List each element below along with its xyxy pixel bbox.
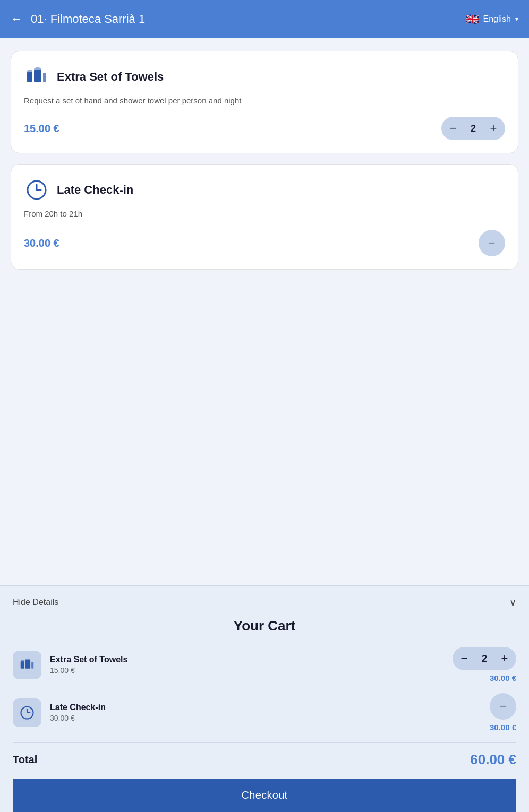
cart-late-checkin-name: Late Check-in <box>50 703 481 712</box>
chevron-down-icon: ∨ <box>509 597 516 608</box>
cart-item-extra-towels: Extra Set of Towels 15.00 € − 2 + 30.00 … <box>13 647 516 683</box>
cart-towels-icon <box>13 651 41 679</box>
svg-rect-9 <box>25 660 31 668</box>
clock-icon <box>24 177 49 203</box>
extra-towels-quantity-value: 2 <box>465 123 482 134</box>
cart-late-checkin-decrement-button[interactable]: − <box>490 693 516 720</box>
cart-title: Your Cart <box>13 618 516 634</box>
svg-point-11 <box>21 660 24 662</box>
bottom-panel: Hide Details ∨ Your Cart Extra Set of To… <box>0 585 529 812</box>
cart-extra-towels-total: 30.00 € <box>490 673 516 683</box>
total-amount: 60.00 € <box>470 751 516 768</box>
late-checkin-decrement-button[interactable]: − <box>479 230 505 256</box>
extra-towels-quantity-control: − 2 + <box>441 117 505 140</box>
hide-details-toggle[interactable]: Hide Details ∨ <box>13 597 516 608</box>
svg-rect-0 <box>27 72 32 82</box>
cart-extra-towels-decrement-button[interactable]: − <box>453 647 476 670</box>
cart-late-checkin-info: Late Check-in 30.00 € <box>50 703 481 722</box>
svg-rect-10 <box>31 662 33 668</box>
late-checkin-price: 30.00 € <box>24 237 59 249</box>
chevron-down-icon: ▾ <box>515 15 518 23</box>
page-title: 01· Filmoteca Sarrià 1 <box>31 12 466 26</box>
late-checkin-description: From 20h to 21h <box>24 208 505 219</box>
cart-extra-towels-quantity-control: − 2 + <box>453 647 516 670</box>
svg-point-12 <box>25 658 31 660</box>
cart-extra-towels-unit-price: 15.00 € <box>50 666 444 675</box>
extra-towels-card: Extra Set of Towels Request a set of han… <box>11 51 518 153</box>
total-row: Total 60.00 € <box>13 742 516 776</box>
svg-point-4 <box>34 67 41 71</box>
checkout-button[interactable]: Checkout <box>13 779 516 812</box>
total-label: Total <box>13 754 37 766</box>
late-checkin-title: Late Check-in <box>57 183 133 197</box>
extra-towels-increment-button[interactable]: + <box>482 117 505 140</box>
back-button[interactable]: ← <box>11 12 22 26</box>
towels-icon <box>24 64 49 90</box>
main-content: Extra Set of Towels Request a set of han… <box>0 38 529 585</box>
svg-point-3 <box>27 70 32 73</box>
extra-towels-title: Extra Set of Towels <box>57 70 164 84</box>
language-selector[interactable]: 🇬🇧 English ▾ <box>466 13 518 25</box>
hide-details-label: Hide Details <box>13 598 58 607</box>
cart-extra-towels-increment-button[interactable]: + <box>493 647 516 670</box>
flag-icon: 🇬🇧 <box>466 13 479 25</box>
cart-late-checkin-total: 30.00 € <box>490 723 516 732</box>
cart-late-checkin-controls: − 30.00 € <box>490 693 516 732</box>
extra-towels-price: 15.00 € <box>24 123 59 135</box>
language-label: English <box>483 14 511 24</box>
cart-late-checkin-unit-price: 30.00 € <box>50 714 481 722</box>
svg-rect-1 <box>34 70 41 82</box>
svg-rect-2 <box>43 73 46 82</box>
cart-extra-towels-quantity: 2 <box>476 653 493 664</box>
late-checkin-card: Late Check-in From 20h to 21h 30.00 € − <box>11 164 518 270</box>
extra-towels-decrement-button[interactable]: − <box>441 117 465 140</box>
extra-towels-description: Request a set of hand and shower towel p… <box>24 95 505 106</box>
cart-clock-icon <box>13 698 41 727</box>
cart-extra-towels-controls: − 2 + 30.00 € <box>453 647 516 683</box>
cart-extra-towels-name: Extra Set of Towels <box>50 655 444 664</box>
svg-rect-8 <box>21 661 24 669</box>
header: ← 01· Filmoteca Sarrià 1 🇬🇧 English ▾ <box>0 0 529 38</box>
cart-extra-towels-info: Extra Set of Towels 15.00 € <box>50 655 444 675</box>
cart-item-late-checkin: Late Check-in 30.00 € − 30.00 € <box>13 693 516 732</box>
